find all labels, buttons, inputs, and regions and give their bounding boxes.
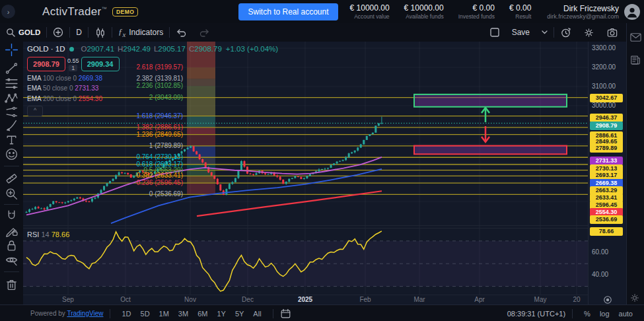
chart-main-area: GOLD · 1D O2907.41H2942.49L2905.17C2908.… (0, 42, 644, 304)
remove-tool[interactable] (5, 277, 18, 291)
legend-collapse-button[interactable]: ^ (27, 106, 43, 116)
activtrader-app: › ActivTrader™ DEMO Switch to Real accou… (0, 0, 644, 321)
save-button[interactable]: Save (506, 28, 536, 37)
symbol-search[interactable]: GOLD (0, 23, 46, 42)
indicators-button[interactable]: ƒx Indicators (112, 23, 169, 42)
chart-style-button[interactable] (89, 23, 112, 42)
fib-level-label: 1 (2789.89) (23, 142, 183, 149)
account-stat: € 10000.00Available funds (404, 3, 444, 20)
news-button[interactable] (629, 54, 642, 67)
time-axis-label: Oct (111, 296, 140, 303)
ema-legend-row[interactable]: EMA 50 close 0 2731.33 (27, 85, 278, 92)
price-chart[interactable]: GOLD · 1D O2907.41H2942.49L2905.17C2908.… (23, 42, 588, 304)
emoji-tool[interactable] (5, 147, 18, 161)
hide-tool[interactable] (5, 253, 18, 267)
replay-clock-icon (560, 27, 571, 38)
avatar[interactable] (624, 4, 640, 20)
trend-line-tool[interactable] (5, 61, 18, 75)
axis-settings-button[interactable] (629, 293, 642, 305)
fib-level-label: 0 (2536.69) (23, 190, 183, 197)
settings-button[interactable] (577, 27, 600, 38)
price-axis-label: 3100.00 (592, 83, 616, 90)
toggle-auto[interactable]: auto (619, 310, 633, 318)
ohlc-value: 2908.79 (194, 45, 222, 53)
fib-level-label: 0.382 (2633.41) (23, 172, 183, 179)
price-badge-level: 2946.37 (590, 114, 623, 122)
range-1d-button[interactable]: 1D (117, 308, 135, 319)
expand-sidebar-button[interactable]: › (1, 5, 15, 18)
redo-button[interactable] (193, 23, 216, 42)
range-5y-button[interactable]: 5Y (231, 308, 248, 319)
user-info[interactable]: Dirk Friczewsky dirk.friczewsky@gmail.co… (547, 4, 619, 20)
toggle-percent[interactable]: % (584, 310, 590, 318)
stat-label: Invested funds (458, 13, 495, 20)
ema-legend-row[interactable]: EMA 200 close 0 2554.30 (27, 95, 278, 102)
price-axis[interactable]: 3300.003200.003100.003000.0060.0040.0030… (588, 42, 627, 304)
stat-label: Available funds (404, 13, 444, 20)
undo-icon (176, 28, 187, 38)
range-all-button[interactable]: All (248, 308, 266, 319)
fib-retracement-tool[interactable] (5, 77, 18, 90)
brush-tool[interactable] (5, 118, 18, 132)
candlestick-icon (94, 26, 106, 38)
trend-line-icon (5, 61, 18, 75)
range-5d-button[interactable]: 5D (136, 308, 155, 319)
indicator-legend: EMA 100 close 0 2669.38EMA 50 close 0 27… (27, 75, 278, 102)
fib-retracement-icon (5, 77, 18, 90)
layout-button[interactable] (483, 27, 506, 38)
logo-text: ActivTrader (42, 5, 102, 18)
crosshair-tool[interactable] (5, 43, 18, 57)
chevron-down-icon (542, 30, 548, 34)
drawing-toolbar (0, 42, 24, 304)
price-badge-level: 2693.17 (590, 171, 623, 180)
fib-level-label: 1.236 (2849.65) (23, 131, 183, 138)
clock-display[interactable]: 08:39:31 (UTC+1) (507, 310, 565, 318)
compare-add-button[interactable] (47, 23, 69, 42)
rsi-param: 14 (41, 231, 49, 238)
right-toolbar (626, 23, 644, 304)
bullseye-icon (603, 295, 612, 304)
range-3m-button[interactable]: 3M (174, 308, 193, 319)
switch-to-real-account-button[interactable]: Switch to Real account (238, 3, 338, 20)
stat-value: € 0.00 (509, 3, 531, 13)
remove-icon (5, 277, 18, 291)
buy-button[interactable]: 2909.34 (81, 57, 120, 71)
ema-name: EMA (27, 75, 41, 82)
time-axis-label: Mar (405, 296, 434, 303)
user-name: Dirk Friczewsky (547, 4, 619, 13)
date-range-icon[interactable] (280, 308, 291, 319)
drawing-edit-tool[interactable] (5, 223, 18, 237)
range-1m-button[interactable]: 1M (155, 308, 174, 319)
screenshot-button[interactable] (600, 27, 624, 38)
spread-value: 0.55 (67, 57, 79, 64)
toggle-log[interactable]: log (600, 310, 610, 318)
lock-tool[interactable] (5, 238, 18, 252)
magnet-tool[interactable] (5, 209, 18, 223)
sell-button[interactable]: 2908.79 (27, 57, 65, 71)
tradingview-link[interactable]: TradingView (67, 310, 103, 317)
ema-value: 2669.38 (79, 75, 102, 82)
range-6m-button[interactable]: 6M (193, 308, 212, 319)
fib-level-label: 1.382 (2886.61) (23, 124, 183, 131)
undo-button[interactable] (170, 23, 193, 42)
range-1y-button[interactable]: 1Y (212, 308, 230, 319)
trademark: ™ (102, 6, 107, 12)
time-axis-label: Feb (351, 296, 380, 303)
toolbar-divider (4, 204, 19, 205)
brush-icon (5, 118, 18, 132)
timeframe-button[interactable]: D (70, 23, 88, 42)
gear-icon (629, 293, 640, 303)
text-tool[interactable] (5, 133, 18, 147)
symbol-title[interactable]: GOLD · 1D (27, 45, 65, 53)
forecast-tool[interactable] (5, 105, 18, 119)
zoom-in-tool[interactable] (5, 187, 18, 201)
app-logo: ActivTrader™ DEMO (42, 5, 138, 18)
rsi-legend[interactable]: RSI 14 78.66 (27, 231, 69, 238)
market-replay-button[interactable] (554, 27, 577, 38)
save-menu-button[interactable] (536, 30, 554, 34)
ema-value: 2554.30 (79, 95, 102, 102)
xabcd-pattern-tool[interactable] (5, 92, 18, 106)
ruler-tool[interactable] (5, 172, 18, 186)
messages-button[interactable] (629, 32, 642, 44)
ema-legend-row[interactable]: EMA 100 close 0 2669.38 (27, 75, 278, 82)
